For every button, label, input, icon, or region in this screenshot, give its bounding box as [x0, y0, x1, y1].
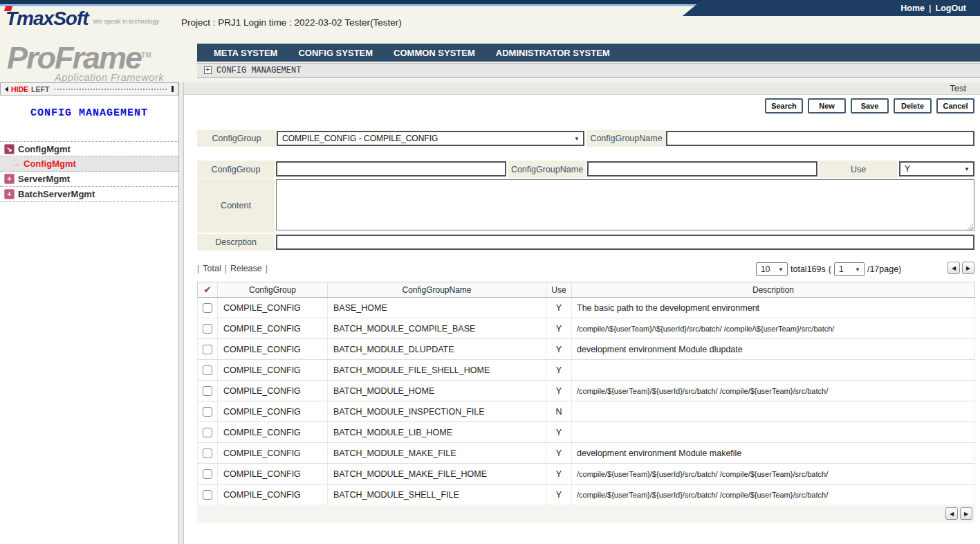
- row-checkbox-cell: [198, 381, 218, 401]
- sidebar-item-configmgmt[interactable]: ↘ConfigMgmt: [0, 141, 178, 156]
- cell-description: /compile/${userTeam}/${userId}/src/batch…: [572, 484, 975, 505]
- menu-item-meta-system[interactable]: META SYSTEM: [214, 48, 277, 58]
- cell-configgroup: COMPILE_CONFIG: [218, 484, 328, 505]
- new-button[interactable]: New: [808, 98, 846, 114]
- row-checkbox[interactable]: [203, 448, 212, 458]
- cell-configgroup: COMPILE_CONFIG: [218, 401, 328, 422]
- collapsed-node-icon: +: [4, 189, 15, 199]
- cell-configgroupname: BATCH_MODULE_FILE_SHELL_HOME: [328, 360, 546, 381]
- configgroupname-input[interactable]: [666, 131, 974, 146]
- chevron-down-icon: ▼: [855, 266, 860, 273]
- content-textarea[interactable]: [276, 179, 974, 230]
- toolbar: SearchNewSaveDeleteCancel: [765, 98, 974, 114]
- menu-item-administrator-system[interactable]: ADMINISTRATOR SYSTEM: [496, 48, 610, 58]
- configgroup-label: ConfigGroup: [197, 130, 276, 147]
- content-label: Content: [197, 179, 275, 233]
- table-row: COMPILE_CONFIGBASE_HOMEYThe basic path t…: [198, 298, 975, 318]
- total-count: total169s: [791, 264, 826, 274]
- col-use: Use: [546, 282, 572, 298]
- current-page-value: 1: [839, 264, 844, 274]
- sidebar-tree: ↘ConfigMgmt→ConfigMgmt+ServerMgmt+BatchS…: [0, 141, 178, 202]
- next-page-button[interactable]: ▶: [962, 262, 974, 274]
- expanded-node-icon: ↘: [4, 144, 15, 154]
- cell-configgroupname: BATCH_MODULE_MAKE_FILE_HOME: [328, 464, 546, 484]
- row-checkbox-cell: [198, 464, 218, 484]
- detail-configgroupname-input[interactable]: [587, 161, 817, 176]
- cell-description: /compile/${userTeam}/${userId}/src/batch…: [572, 464, 975, 484]
- sidebar: CONFIG MANAGEMENT ↘ConfigMgmt→ConfigMgmt…: [0, 96, 178, 544]
- sidebar-item-label: ConfigMgmt: [24, 158, 76, 169]
- release-link[interactable]: Release: [230, 264, 262, 273]
- logout-link[interactable]: LogOut: [936, 3, 966, 13]
- table-row: COMPILE_CONFIGBATCH_MODULE_FILE_SHELL_HO…: [198, 360, 975, 381]
- use-select[interactable]: Y ▼: [899, 161, 974, 176]
- cell-configgroupname: BATCH_MODULE_LIB_HOME: [328, 422, 546, 443]
- col-configgroup: ConfigGroup: [218, 282, 328, 298]
- menu-item-config-system[interactable]: CONFIG SYSTEM: [298, 48, 373, 58]
- table-footer: ◀ ▶: [197, 505, 974, 523]
- cell-configgroup: COMPILE_CONFIG: [218, 318, 328, 339]
- sidebar-item-configmgmt[interactable]: →ConfigMgmt: [0, 156, 178, 172]
- search-button[interactable]: Search: [765, 98, 803, 114]
- paren-open: (: [829, 264, 831, 274]
- proframe-wordmark: ProFrameTM: [7, 40, 176, 73]
- row-checkbox[interactable]: [203, 490, 212, 500]
- cell-configgroupname: BATCH_MODULE_INSPECTION_FILE: [328, 401, 546, 422]
- cell-use: Y: [546, 360, 572, 381]
- configgroup-select[interactable]: COMPILE_CONFIG - COMPILE_CONFIG ▼: [277, 131, 584, 146]
- cell-description: [572, 422, 975, 443]
- col-configgroupname: ConfigGroupName: [328, 282, 546, 298]
- row-checkbox[interactable]: [203, 303, 212, 313]
- row-checkbox[interactable]: [203, 345, 212, 354]
- detail-configgroup-input[interactable]: [276, 161, 506, 176]
- cell-configgroup: COMPILE_CONFIG: [218, 381, 328, 401]
- cancel-button[interactable]: Cancel: [936, 98, 974, 114]
- use-label: Use: [819, 161, 898, 178]
- cell-configgroup: COMPILE_CONFIG: [218, 443, 328, 464]
- tab-test[interactable]: Test: [950, 83, 966, 93]
- row-checkbox[interactable]: [203, 407, 212, 417]
- logo-accent-icon: [4, 6, 12, 11]
- cell-use: Y: [546, 484, 572, 505]
- sidebar-item-servermgmt[interactable]: +ServerMgmt: [0, 172, 178, 187]
- cell-configgroupname: BASE_HOME: [328, 298, 546, 318]
- select-all-checkbox-icon[interactable]: ✔: [204, 284, 212, 295]
- row-checkbox[interactable]: [203, 324, 212, 334]
- pipe-separator: |: [266, 264, 268, 273]
- hide-left-toggle[interactable]: HIDE LEFT: [0, 82, 178, 96]
- next-page-button-bottom[interactable]: ▶: [960, 507, 972, 520]
- selected-arrow-icon: →: [11, 158, 20, 169]
- sidebar-divider[interactable]: [178, 82, 184, 544]
- table-row: COMPILE_CONFIGBATCH_MODULE_DLUPDATEYdeve…: [198, 339, 975, 360]
- select-all-header: ✔: [198, 282, 218, 298]
- menu-item-common-system[interactable]: COMMON SYSTEM: [394, 48, 475, 58]
- home-link[interactable]: Home: [900, 3, 925, 13]
- table-row: COMPILE_CONFIGBATCH_MODULE_INSPECTION_FI…: [198, 401, 975, 422]
- table-row: COMPILE_CONFIGBATCH_MODULE_HOMEY/compile…: [198, 381, 975, 401]
- page-size-select[interactable]: 10 ▼: [756, 262, 788, 276]
- left-label: LEFT: [31, 85, 49, 93]
- sidebar-title: CONFIG MANAGEMENT: [0, 107, 178, 119]
- cell-use: N: [546, 401, 572, 422]
- total-link[interactable]: Total: [203, 264, 221, 273]
- description-input[interactable]: [276, 235, 974, 250]
- cell-use: Y: [546, 339, 572, 360]
- proframe-logo: ProFrameTM Application Framework: [7, 40, 176, 83]
- row-checkbox[interactable]: [203, 386, 212, 396]
- row-checkbox[interactable]: [203, 428, 212, 437]
- current-page-select[interactable]: 1 ▼: [834, 262, 865, 276]
- delete-button[interactable]: Delete: [894, 98, 932, 114]
- breadcrumb: + CONFIG MANAGEMENT: [197, 63, 980, 78]
- tmaxsoft-logo: TmaxSoft We speak in technology: [6, 9, 159, 28]
- prev-page-button[interactable]: ◀: [947, 262, 960, 274]
- sidebar-item-batchservermgmt[interactable]: +BatchServerMgmt: [0, 187, 178, 202]
- cell-configgroup: COMPILE_CONFIG: [218, 360, 328, 381]
- save-button[interactable]: Save: [851, 98, 889, 114]
- prev-page-button-bottom[interactable]: ◀: [945, 507, 958, 520]
- expand-icon[interactable]: +: [204, 66, 212, 74]
- page-size-value: 10: [761, 264, 770, 274]
- pager-top: ◀ ▶: [947, 262, 974, 274]
- row-checkbox[interactable]: [203, 469, 212, 479]
- row-checkbox[interactable]: [203, 365, 212, 375]
- cell-configgroup: COMPILE_CONFIG: [218, 298, 328, 318]
